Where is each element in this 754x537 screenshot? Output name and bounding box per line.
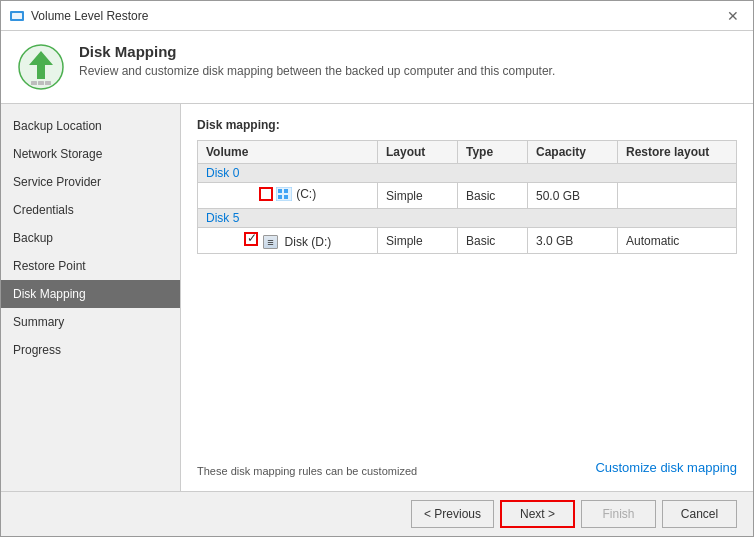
footer-note-row: These disk mapping rules can be customiz… bbox=[197, 457, 737, 477]
checkbox-cell-c[interactable]: (C:) bbox=[198, 183, 378, 209]
col-header-restore-layout: Restore layout bbox=[618, 141, 737, 164]
sidebar-item-disk-mapping[interactable]: Disk Mapping bbox=[1, 280, 180, 308]
window-title: Volume Level Restore bbox=[31, 9, 148, 23]
checkbox-d[interactable] bbox=[244, 232, 258, 246]
body: Backup Location Network Storage Service … bbox=[1, 104, 753, 491]
main-content: Disk mapping: Volume Layout Type Capacit… bbox=[181, 104, 753, 491]
type-d: Basic bbox=[458, 228, 528, 254]
cancel-button[interactable]: Cancel bbox=[662, 500, 737, 528]
sidebar-item-backup[interactable]: Backup bbox=[1, 224, 180, 252]
capacity-c: 50.0 GB bbox=[528, 183, 618, 209]
col-header-capacity: Capacity bbox=[528, 141, 618, 164]
volume-icon-c bbox=[276, 187, 292, 201]
svg-rect-9 bbox=[284, 189, 288, 193]
customize-link[interactable]: Customize disk mapping bbox=[595, 460, 737, 475]
disk-group-0: Disk 0 bbox=[198, 164, 737, 183]
col-header-volume: Volume bbox=[198, 141, 378, 164]
layout-d: Simple bbox=[378, 228, 458, 254]
footer-note: These disk mapping rules can be customiz… bbox=[197, 465, 417, 477]
finish-button: Finish bbox=[581, 500, 656, 528]
title-bar-left: Volume Level Restore bbox=[9, 8, 148, 24]
col-header-type: Type bbox=[458, 141, 528, 164]
sidebar-item-backup-location[interactable]: Backup Location bbox=[1, 112, 180, 140]
previous-button[interactable]: < Previous bbox=[411, 500, 494, 528]
header-text: Disk Mapping Review and customize disk m… bbox=[79, 43, 555, 78]
svg-rect-6 bbox=[45, 81, 51, 85]
header: Disk Mapping Review and customize disk m… bbox=[1, 31, 753, 104]
checkbox-cell-d[interactable]: ≡ Disk (D:) bbox=[198, 228, 378, 254]
next-button[interactable]: Next > bbox=[500, 500, 575, 528]
restore-layout-c bbox=[618, 183, 737, 209]
restore-layout-d: Automatic bbox=[618, 228, 737, 254]
sidebar-item-service-provider[interactable]: Service Provider bbox=[1, 168, 180, 196]
sidebar-item-progress[interactable]: Progress bbox=[1, 336, 180, 364]
title-bar: Volume Level Restore ✕ bbox=[1, 1, 753, 31]
sidebar-item-credentials[interactable]: Credentials bbox=[1, 196, 180, 224]
sidebar: Backup Location Network Storage Service … bbox=[1, 104, 181, 491]
header-icon bbox=[17, 43, 65, 91]
page-description: Review and customize disk mapping betwee… bbox=[79, 64, 555, 78]
page-title: Disk Mapping bbox=[79, 43, 555, 60]
disk-group-5: Disk 5 bbox=[198, 209, 737, 228]
main-window: Volume Level Restore ✕ Disk Mapping Revi… bbox=[0, 0, 754, 537]
svg-rect-11 bbox=[284, 195, 288, 199]
capacity-d: 3.0 GB bbox=[528, 228, 618, 254]
bottom-bar: < Previous Next > Finish Cancel bbox=[1, 491, 753, 536]
table-row: (C:) Simple Basic 50.0 GB bbox=[198, 183, 737, 209]
disk-table: Volume Layout Type Capacity Restore layo… bbox=[197, 140, 737, 254]
svg-rect-8 bbox=[278, 189, 282, 193]
checkbox-c[interactable] bbox=[259, 187, 273, 201]
sidebar-item-network-storage[interactable]: Network Storage bbox=[1, 140, 180, 168]
section-title: Disk mapping: bbox=[197, 118, 737, 132]
sidebar-item-restore-point[interactable]: Restore Point bbox=[1, 252, 180, 280]
col-header-layout: Layout bbox=[378, 141, 458, 164]
layout-c: Simple bbox=[378, 183, 458, 209]
svg-rect-5 bbox=[38, 81, 44, 85]
sidebar-item-summary[interactable]: Summary bbox=[1, 308, 180, 336]
svg-rect-10 bbox=[278, 195, 282, 199]
type-c: Basic bbox=[458, 183, 528, 209]
close-button[interactable]: ✕ bbox=[721, 6, 745, 26]
svg-rect-1 bbox=[12, 13, 22, 19]
app-icon bbox=[9, 8, 25, 24]
table-row: ≡ Disk (D:) Simple Basic 3.0 GB Automati… bbox=[198, 228, 737, 254]
svg-rect-4 bbox=[31, 81, 37, 85]
